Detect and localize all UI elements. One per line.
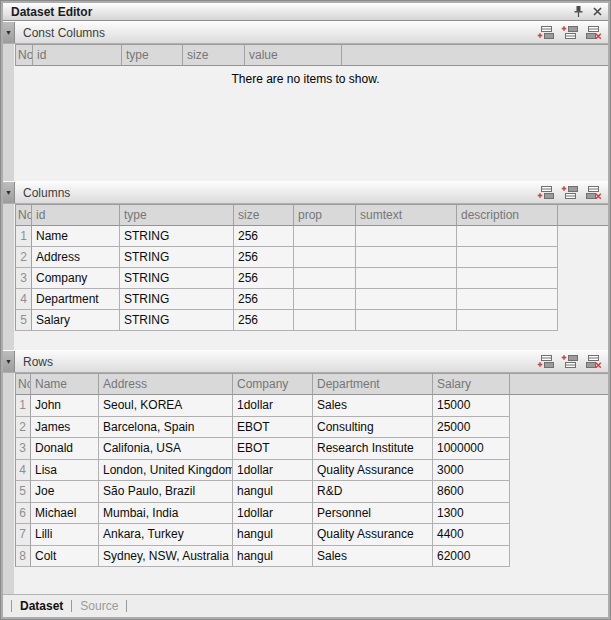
- table-cell[interactable]: Sydney, NSW, Australia: [99, 546, 233, 568]
- table-row[interactable]: 8ColtSydney, NSW, AustraliahangulSales62…: [15, 546, 608, 568]
- table-cell[interactable]: [294, 310, 356, 331]
- table-cell[interactable]: 1dollar: [233, 395, 313, 417]
- row-number-cell[interactable]: 3: [15, 268, 32, 289]
- column-header[interactable]: type: [122, 44, 183, 66]
- table-row[interactable]: 1NameSTRING256: [15, 226, 608, 247]
- row-number-cell[interactable]: 5: [15, 310, 32, 331]
- table-cell[interactable]: 4400: [433, 524, 510, 546]
- table-row[interactable]: 3CompanySTRING256: [15, 268, 608, 289]
- table-cell[interactable]: 1dollar: [233, 503, 313, 525]
- delete-row-icon[interactable]: [585, 354, 602, 369]
- table-row[interactable]: 3DonaldCalifonia, USAEBOTResearch Instit…: [15, 438, 608, 460]
- table-cell[interactable]: [294, 268, 356, 289]
- table-cell[interactable]: Colt: [31, 546, 99, 568]
- table-cell[interactable]: [457, 289, 558, 310]
- table-cell[interactable]: Joe: [31, 481, 99, 503]
- table-row[interactable]: 6MichaelMumbai, India1dollarPersonnel130…: [15, 503, 608, 525]
- table-cell[interactable]: Name: [32, 226, 120, 247]
- table-cell[interactable]: Michael: [31, 503, 99, 525]
- table-cell[interactable]: 25000: [433, 417, 510, 439]
- table-cell[interactable]: [356, 226, 457, 247]
- table-cell[interactable]: 1000000: [433, 438, 510, 460]
- table-cell[interactable]: Quality Assurance: [313, 524, 433, 546]
- column-header[interactable]: Address: [99, 373, 233, 395]
- column-header[interactable]: type: [120, 204, 234, 226]
- table-row[interactable]: 4LisaLondon, United Kingdom1dollarQualit…: [15, 460, 608, 482]
- table-cell[interactable]: Salary: [32, 310, 120, 331]
- row-number-cell[interactable]: 4: [15, 460, 31, 482]
- insert-row-icon[interactable]: [561, 185, 578, 200]
- table-cell[interactable]: [356, 310, 457, 331]
- delete-row-icon[interactable]: [585, 185, 602, 200]
- column-header[interactable]: Department: [313, 373, 433, 395]
- column-header[interactable]: No: [15, 373, 31, 395]
- table-cell[interactable]: Company: [32, 268, 120, 289]
- table-row[interactable]: 5JoeSão Paulo, BrazilhangulR&D8600: [15, 481, 608, 503]
- table-cell[interactable]: hangul: [233, 524, 313, 546]
- table-cell[interactable]: 256: [234, 247, 294, 268]
- column-header[interactable]: description: [457, 204, 558, 226]
- table-cell[interactable]: [294, 289, 356, 310]
- table-cell[interactable]: STRING: [120, 289, 234, 310]
- column-header[interactable]: id: [32, 204, 120, 226]
- chevron-down-icon[interactable]: ▼: [3, 22, 15, 43]
- table-cell[interactable]: Lilli: [31, 524, 99, 546]
- table-cell[interactable]: Barcelona, Spain: [99, 417, 233, 439]
- table-cell[interactable]: 256: [234, 268, 294, 289]
- row-number-cell[interactable]: 2: [15, 247, 32, 268]
- table-cell[interactable]: Consulting: [313, 417, 433, 439]
- table-cell[interactable]: Personnel: [313, 503, 433, 525]
- table-row[interactable]: 1JohnSeoul, KOREA1dollarSales15000: [15, 395, 608, 417]
- table-cell[interactable]: Lisa: [31, 460, 99, 482]
- table-cell[interactable]: [356, 289, 457, 310]
- table-cell[interactable]: 256: [234, 226, 294, 247]
- table-cell[interactable]: EBOT: [233, 417, 313, 439]
- table-cell[interactable]: [457, 247, 558, 268]
- table-cell[interactable]: [294, 247, 356, 268]
- table-cell[interactable]: hangul: [233, 546, 313, 568]
- table-cell[interactable]: [457, 268, 558, 289]
- pin-icon[interactable]: [570, 5, 586, 19]
- column-header[interactable]: prop: [294, 204, 356, 226]
- row-number-cell[interactable]: 5: [15, 481, 31, 503]
- chevron-down-icon[interactable]: ▼: [3, 182, 15, 203]
- row-number-cell[interactable]: 2: [15, 417, 31, 439]
- table-cell[interactable]: [294, 226, 356, 247]
- table-cell[interactable]: Research Institute: [313, 438, 433, 460]
- table-cell[interactable]: [356, 247, 457, 268]
- table-cell[interactable]: STRING: [120, 247, 234, 268]
- column-header[interactable]: [558, 204, 608, 226]
- table-row[interactable]: 7LilliAnkara, TurkeyhangulQuality Assura…: [15, 524, 608, 546]
- table-cell[interactable]: STRING: [120, 310, 234, 331]
- table-cell[interactable]: [457, 226, 558, 247]
- table-row[interactable]: 5SalarySTRING256: [15, 310, 608, 331]
- row-number-cell[interactable]: 4: [15, 289, 32, 310]
- insert-row-icon[interactable]: [561, 354, 578, 369]
- table-cell[interactable]: 256: [234, 289, 294, 310]
- table-cell[interactable]: Address: [32, 247, 120, 268]
- row-number-cell[interactable]: 6: [15, 503, 31, 525]
- table-cell[interactable]: Seoul, KOREA: [99, 395, 233, 417]
- table-cell[interactable]: R&D: [313, 481, 433, 503]
- table-cell[interactable]: STRING: [120, 268, 234, 289]
- table-cell[interactable]: Department: [32, 289, 120, 310]
- table-row[interactable]: 2JamesBarcelona, SpainEBOTConsulting2500…: [15, 417, 608, 439]
- row-number-cell[interactable]: 8: [15, 546, 31, 568]
- column-header[interactable]: No: [15, 204, 32, 226]
- row-number-cell[interactable]: 3: [15, 438, 31, 460]
- row-number-cell[interactable]: 1: [15, 395, 31, 417]
- close-icon[interactable]: [589, 5, 605, 19]
- table-cell[interactable]: John: [31, 395, 99, 417]
- column-header[interactable]: size: [183, 44, 245, 66]
- insert-row-icon[interactable]: [561, 25, 578, 40]
- tab-dataset[interactable]: Dataset: [20, 599, 63, 613]
- column-header[interactable]: Name: [31, 373, 99, 395]
- column-header[interactable]: [510, 373, 608, 395]
- chevron-down-icon[interactable]: ▼: [3, 351, 15, 372]
- column-header[interactable]: [342, 44, 608, 66]
- table-cell[interactable]: 15000: [433, 395, 510, 417]
- table-cell[interactable]: 1300: [433, 503, 510, 525]
- table-cell[interactable]: [356, 268, 457, 289]
- table-cell[interactable]: Donald: [31, 438, 99, 460]
- column-header[interactable]: size: [234, 204, 294, 226]
